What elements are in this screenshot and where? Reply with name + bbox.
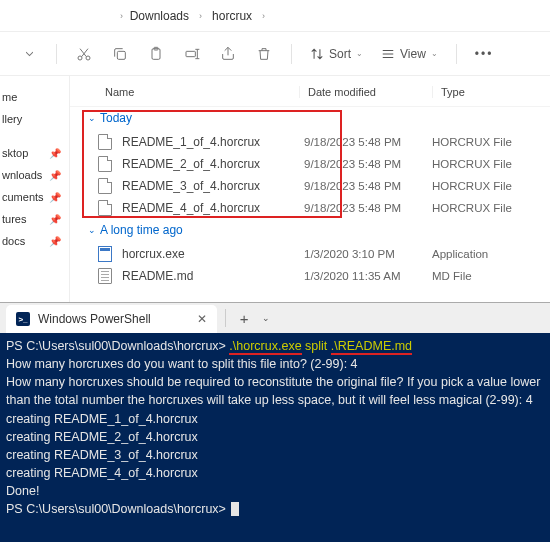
divider <box>456 44 457 64</box>
crumb-downloads[interactable]: Downloads <box>130 9 189 23</box>
chevron-right-icon: › <box>262 11 265 21</box>
file-type: HORCRUX File <box>432 180 512 192</box>
file-name: README.md <box>122 269 304 283</box>
divider <box>291 44 292 64</box>
file-name: README_2_of_4.horcrux <box>122 157 304 171</box>
file-date: 9/18/2023 5:48 PM <box>304 180 432 192</box>
file-type: HORCRUX File <box>432 158 512 170</box>
chevron-right-icon: › <box>120 11 123 21</box>
file-date: 9/18/2023 5:48 PM <box>304 202 432 214</box>
tab-menu-chevron[interactable]: ⌄ <box>262 313 270 323</box>
terminal-output[interactable]: PS C:\Users\sul00\Downloads\horcrux> .\h… <box>0 333 550 522</box>
breadcrumb[interactable]: › Downloads › horcrux › <box>0 0 550 32</box>
sidebar-item[interactable]: me <box>0 86 69 108</box>
powershell-icon: >_ <box>16 312 30 326</box>
file-icon <box>98 268 112 284</box>
svg-point-0 <box>78 56 82 60</box>
crumb-horcrux[interactable]: horcrux <box>212 9 252 23</box>
new-menu-icon[interactable] <box>20 45 38 63</box>
file-icon <box>98 134 112 150</box>
pin-icon: 📌 <box>49 170 61 181</box>
file-date: 9/18/2023 5:48 PM <box>304 158 432 170</box>
file-name: README_3_of_4.horcrux <box>122 179 304 193</box>
sort-button[interactable]: Sort ⌄ <box>310 47 363 61</box>
sort-label: Sort <box>329 47 351 61</box>
chevron-down-icon: ⌄ <box>356 49 363 58</box>
view-button[interactable]: View ⌄ <box>381 47 438 61</box>
header-type[interactable]: Type <box>441 86 550 98</box>
file-date: 1/3/2020 11:35 AM <box>304 270 432 282</box>
view-label: View <box>400 47 426 61</box>
close-tab-icon[interactable]: ✕ <box>197 312 207 326</box>
group-today[interactable]: ⌄ Today <box>70 107 550 131</box>
more-button[interactable]: ••• <box>475 47 494 61</box>
chevron-right-icon: › <box>199 11 202 21</box>
caret-down-icon: ⌄ <box>88 225 96 235</box>
file-icon <box>98 156 112 172</box>
file-type: Application <box>432 248 488 260</box>
file-type: HORCRUX File <box>432 136 512 148</box>
sidebar-item[interactable]: tures📌 <box>0 208 69 230</box>
chevron-down-icon: ⌄ <box>431 49 438 58</box>
group-longago[interactable]: ⌄ A long time ago <box>70 219 550 243</box>
file-date: 9/18/2023 5:48 PM <box>304 136 432 148</box>
cut-icon[interactable] <box>75 45 93 63</box>
caret-down-icon: ⌄ <box>88 113 96 123</box>
sidebar-item[interactable]: docs📌 <box>0 230 69 252</box>
new-tab-button[interactable]: + <box>234 310 255 327</box>
svg-point-1 <box>86 56 90 60</box>
tab-title: Windows PowerShell <box>38 312 151 326</box>
file-row[interactable]: README_2_of_4.horcrux9/18/2023 5:48 PMHO… <box>70 153 550 175</box>
file-icon <box>98 200 112 216</box>
file-icon <box>98 246 112 262</box>
file-row[interactable]: horcrux.exe1/3/2020 3:10 PMApplication <box>70 243 550 265</box>
file-name: README_4_of_4.horcrux <box>122 201 304 215</box>
sidebar-item[interactable]: llery <box>0 108 69 130</box>
delete-icon[interactable] <box>255 45 273 63</box>
file-type: MD File <box>432 270 472 282</box>
header-name[interactable]: Name <box>70 86 300 98</box>
file-date: 1/3/2020 3:10 PM <box>304 248 432 260</box>
sidebar-item[interactable]: wnloads📌 <box>0 164 69 186</box>
copy-icon[interactable] <box>111 45 129 63</box>
pin-icon: 📌 <box>49 192 61 203</box>
terminal-tab-bar: >_ Windows PowerShell ✕ + ⌄ <box>0 303 550 333</box>
cursor <box>231 502 239 516</box>
share-icon[interactable] <box>219 45 237 63</box>
column-headers: Name Date modified Type <box>70 76 550 107</box>
toolbar: Sort ⌄ View ⌄ ••• <box>0 32 550 76</box>
header-date[interactable]: Date modified <box>308 86 433 98</box>
sidebar-item[interactable]: cuments📌 <box>0 186 69 208</box>
sidebar-item[interactable]: sktop📌 <box>0 142 69 164</box>
pin-icon: 📌 <box>49 148 61 159</box>
file-row[interactable]: README_3_of_4.horcrux9/18/2023 5:48 PMHO… <box>70 175 550 197</box>
divider <box>56 44 57 64</box>
file-name: horcrux.exe <box>122 247 304 261</box>
pin-icon: 📌 <box>49 214 61 225</box>
file-name: README_1_of_4.horcrux <box>122 135 304 149</box>
sidebar: me llery sktop📌 wnloads📌 cuments📌 tures📌… <box>0 76 70 302</box>
file-icon <box>98 178 112 194</box>
svg-rect-2 <box>117 51 125 59</box>
file-row[interactable]: README_1_of_4.horcrux9/18/2023 5:48 PMHO… <box>70 131 550 153</box>
paste-icon[interactable] <box>147 45 165 63</box>
file-row[interactable]: README.md1/3/2020 11:35 AMMD File <box>70 265 550 287</box>
svg-rect-5 <box>186 51 195 56</box>
file-list: Name Date modified Type ⌄ Today README_1… <box>70 76 550 302</box>
file-type: HORCRUX File <box>432 202 512 214</box>
terminal-tab[interactable]: >_ Windows PowerShell ✕ <box>6 305 217 333</box>
pin-icon: 📌 <box>49 236 61 247</box>
terminal: >_ Windows PowerShell ✕ + ⌄ PS C:\Users\… <box>0 302 550 542</box>
rename-icon[interactable] <box>183 45 201 63</box>
file-row[interactable]: README_4_of_4.horcrux9/18/2023 5:48 PMHO… <box>70 197 550 219</box>
